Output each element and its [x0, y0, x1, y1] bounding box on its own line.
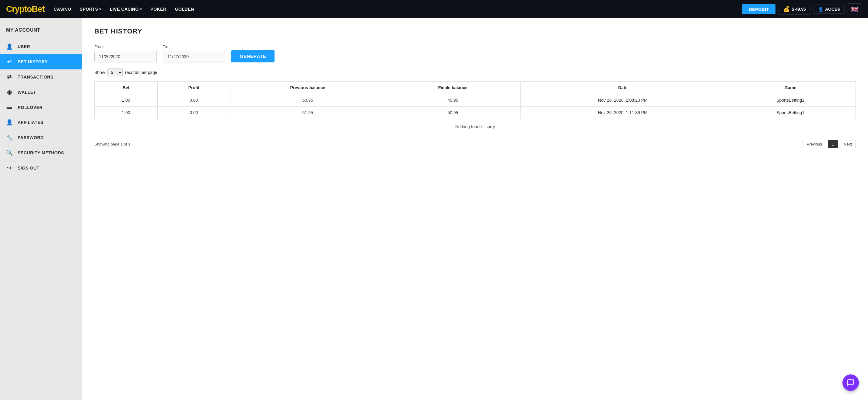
previous-button[interactable]: Previous [803, 140, 826, 148]
page-title: BET HISTORY [94, 27, 856, 35]
bet-history-table: Bet Profit Previous balance Finale balan… [94, 81, 856, 134]
col-game: Game [725, 82, 856, 94]
sidebar-item-security-methods[interactable]: 🔍 SECURITY METHODS [0, 145, 82, 160]
show-label: Show [94, 70, 105, 75]
sidebar-item-rollover[interactable]: ▬ ROLLOVER [0, 100, 82, 115]
pagination-row: Showing page 1 of 1 Previous 1 Next [94, 140, 856, 148]
table-row: 1.00 0.00 50.95 49.95 Nov 26, 2020, 2:08… [95, 94, 856, 106]
logo-crypto: Crypto [6, 4, 32, 14]
nothing-found-row: Nothing found - sorry [95, 119, 856, 134]
to-date-input[interactable] [163, 51, 225, 62]
chat-icon [847, 379, 855, 387]
language-flag-button[interactable]: 🇬🇧 [847, 3, 862, 15]
bet-history-icon: ↩ [6, 58, 13, 65]
rollover-icon: ▬ [6, 104, 13, 111]
header-right: DEPOSIT 💰 $ 49.95 👤 AOCB6 🇬🇧 [742, 3, 862, 15]
filter-row: From: To: GENERATE [94, 44, 856, 62]
cell-prev-balance: 50.95 [230, 94, 385, 106]
coin-icon: 💰 [783, 6, 790, 12]
from-date-input[interactable] [94, 51, 157, 62]
cell-finale-balance: 50.95 [385, 106, 521, 119]
affiliates-icon: 👤 [6, 119, 13, 126]
deposit-button[interactable]: DEPOSIT [742, 4, 775, 14]
sidebar-item-wallet-label: WALLET [18, 90, 36, 95]
cell-date: Nov 26, 2020, 1:11:36 PM [521, 106, 725, 119]
col-bet: Bet [95, 82, 158, 94]
col-prev-balance: Previous balance [230, 82, 385, 94]
logo[interactable]: CryptoBet [6, 4, 44, 14]
sidebar-item-transactions-label: TRANSACTIONS [18, 74, 53, 80]
sign-out-icon: ↪ [6, 165, 13, 172]
main-content: BET HISTORY From: To: GENERATE Show 5 10… [82, 18, 868, 400]
sidebar-item-bet-history-label: BET HISTORY [18, 59, 48, 64]
cell-date: Nov 26, 2020, 2:08:23 PM [521, 94, 725, 106]
table-row: 1.00 0.00 51.95 50.95 Nov 26, 2020, 1:11… [95, 106, 856, 119]
sidebar-item-wallet[interactable]: ◉ WALLET [0, 85, 82, 100]
from-label: From: [94, 44, 157, 49]
col-profit: Profit [157, 82, 230, 94]
cell-profit: 0.00 [157, 94, 230, 106]
sidebar-item-password-label: PASSWORD [18, 135, 43, 140]
cell-game: SportsBetting1 [725, 106, 856, 119]
sidebar: MY ACCOUNT 👤 USER ↩ BET HISTORY ⇄ TRANSA… [0, 18, 82, 400]
chat-bubble[interactable] [842, 374, 859, 391]
page-layout: MY ACCOUNT 👤 USER ↩ BET HISTORY ⇄ TRANSA… [0, 18, 868, 400]
showing-text: Showing page 1 of 1 [94, 142, 130, 147]
cell-bet: 1.00 [95, 106, 158, 119]
cell-bet: 1.00 [95, 94, 158, 106]
nav-item-live-casino[interactable]: LIVE CASINO [110, 7, 142, 11]
sidebar-item-transactions[interactable]: ⇄ TRANSACTIONS [0, 69, 82, 85]
cell-game: SportsBetting1 [725, 94, 856, 106]
username-label: AOCB6 [825, 7, 840, 11]
header: CryptoBet CASINO SPORTS LIVE CASINO POKE… [0, 0, 868, 18]
generate-button[interactable]: GENERATE [231, 50, 275, 62]
sidebar-item-password[interactable]: 🔧 PASSWORD [0, 130, 82, 145]
password-icon: 🔧 [6, 134, 13, 141]
sidebar-item-sign-out[interactable]: ↪ SIGN OUT [0, 160, 82, 176]
wallet-icon: ◉ [6, 89, 13, 96]
user-icon: 👤 [818, 7, 823, 11]
nothing-found-text: Nothing found - sorry [95, 119, 856, 134]
nav-item-casino[interactable]: CASINO [54, 7, 71, 11]
sidebar-item-affiliates[interactable]: 👤 AFFILIATES [0, 115, 82, 130]
sidebar-item-user[interactable]: 👤 USER [0, 39, 82, 54]
balance-amount: $ 49.95 [792, 7, 806, 11]
to-label: To: [163, 44, 225, 49]
nav-item-sports[interactable]: SPORTS [80, 7, 101, 11]
transactions-icon: ⇄ [6, 74, 13, 80]
sidebar-item-affiliates-label: AFFILIATES [18, 120, 43, 125]
records-row: Show 5 10 25 50 records per page [94, 68, 856, 76]
main-nav: CASINO SPORTS LIVE CASINO POKER GOLDEN [54, 7, 733, 11]
user-icon: 👤 [6, 43, 13, 50]
balance-badge[interactable]: 💰 $ 49.95 [778, 4, 810, 14]
next-button[interactable]: Next [840, 140, 856, 148]
user-badge[interactable]: 👤 AOCB6 [813, 5, 844, 14]
per-page-label: records per page [125, 70, 157, 75]
col-date: Date [521, 82, 725, 94]
from-filter-group: From: [94, 44, 157, 62]
security-icon: 🔍 [6, 150, 13, 156]
nav-item-poker[interactable]: POKER [150, 7, 166, 11]
sidebar-item-sign-out-label: SIGN OUT [18, 165, 39, 171]
nav-item-golden[interactable]: GOLDEN [175, 7, 194, 11]
sidebar-item-rollover-label: ROLLOVER [18, 105, 42, 110]
sidebar-title: MY ACCOUNT [0, 24, 82, 39]
sidebar-item-user-label: USER [18, 44, 30, 49]
pagination-controls: Previous 1 Next [803, 140, 856, 148]
cell-profit: 0.00 [157, 106, 230, 119]
logo-bet: Bet [32, 4, 44, 14]
cell-prev-balance: 51.95 [230, 106, 385, 119]
to-filter-group: To: [163, 44, 225, 62]
sidebar-item-security-label: SECURITY METHODS [18, 150, 64, 155]
col-finale-balance: Finale balance [385, 82, 521, 94]
sidebar-item-bet-history[interactable]: ↩ BET HISTORY [0, 54, 82, 69]
cell-finale-balance: 49.95 [385, 94, 521, 106]
page-1-button[interactable]: 1 [828, 140, 838, 148]
records-per-page-select[interactable]: 5 10 25 50 [107, 68, 123, 76]
